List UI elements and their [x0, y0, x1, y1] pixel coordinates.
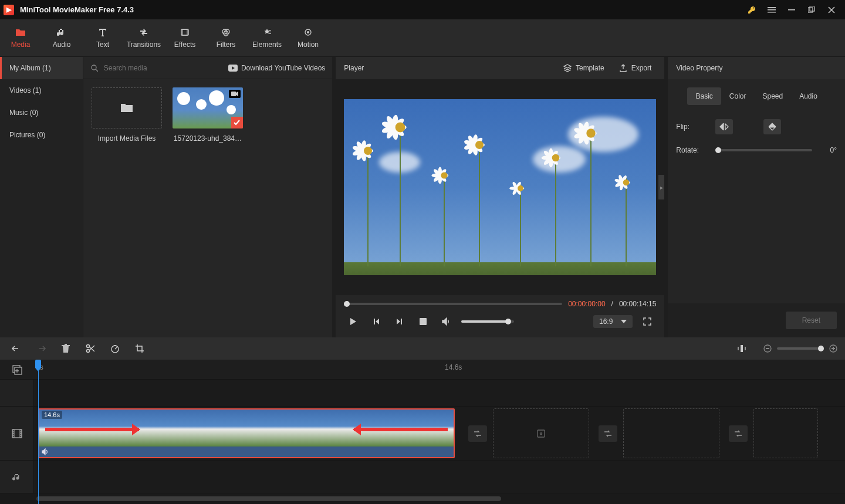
player-panel: Player Template Export: [336, 57, 664, 337]
rotate-slider[interactable]: [715, 149, 812, 151]
empty-clip-slot[interactable]: [493, 408, 589, 458]
search-input[interactable]: [103, 63, 224, 73]
timeline-text-track[interactable]: [0, 380, 845, 407]
seek-slider[interactable]: [344, 303, 562, 305]
youtube-icon: [228, 65, 238, 72]
svg-rect-4: [808, 8, 813, 12]
transition-slot[interactable]: [599, 425, 617, 442]
auto-fit-button[interactable]: [731, 339, 752, 358]
next-frame-button[interactable]: [391, 313, 408, 330]
property-tab-color[interactable]: Color: [721, 87, 755, 105]
time-duration: 00:00:14:15: [619, 300, 656, 308]
export-button[interactable]: Export: [614, 61, 657, 75]
add-track-icon[interactable]: [12, 364, 22, 375]
zoom-in-button[interactable]: [827, 339, 839, 358]
properties-tabs: Basic Color Speed Audio: [668, 79, 845, 113]
close-button[interactable]: [822, 0, 841, 19]
media-panel: My Album (1) Videos (1) Music (0) Pictur…: [0, 57, 332, 337]
ribbon-tab-media[interactable]: Media: [0, 19, 41, 56]
transition-slot[interactable]: [729, 425, 748, 442]
download-youtube-button[interactable]: Download YouTube Videos: [228, 64, 325, 72]
redo-button[interactable]: [31, 339, 52, 358]
template-button[interactable]: Template: [558, 61, 609, 75]
ribbon-tab-filters[interactable]: Filters: [205, 19, 246, 56]
rotate-label: Rotate:: [676, 146, 708, 154]
property-tab-basic[interactable]: Basic: [687, 87, 721, 105]
play-button[interactable]: [344, 313, 361, 330]
ribbon-tab-audio[interactable]: Audio: [41, 19, 82, 56]
property-tab-audio[interactable]: Audio: [791, 87, 826, 105]
layers-icon: [563, 63, 572, 73]
effects-icon: [180, 28, 190, 37]
media-clip-tile[interactable]: 15720123-uhd_384…: [173, 87, 243, 329]
film-icon: [12, 429, 22, 438]
media-nav-music[interactable]: Music (0): [0, 102, 83, 124]
activate-key-button[interactable]: [742, 0, 762, 19]
filters-icon: [221, 28, 231, 37]
chevron-down-icon: [621, 320, 627, 323]
ribbon-tab-label: Transitions: [127, 40, 161, 49]
maximize-button[interactable]: [802, 0, 822, 19]
clip-duration: 14.6s: [42, 411, 62, 419]
menu-button[interactable]: [762, 0, 782, 19]
prev-frame-button[interactable]: [367, 313, 385, 330]
timeline-toolbar: [0, 337, 845, 360]
zoom-out-button[interactable]: [762, 339, 773, 358]
volume-button[interactable]: [438, 313, 455, 330]
elements-icon: [262, 28, 272, 37]
panel-collapse-button[interactable]: ▸: [658, 175, 664, 199]
import-media-label: Import Media Files: [98, 134, 156, 143]
empty-clip-slot[interactable]: [753, 408, 818, 458]
reset-button[interactable]: Reset: [786, 312, 837, 329]
timeline-ruler[interactable]: 0s 14.6s: [0, 360, 845, 380]
media-nav-videos[interactable]: Videos (1): [0, 79, 83, 102]
timeline-video-track[interactable]: 14.6s: [0, 407, 845, 461]
speed-button[interactable]: [104, 339, 126, 358]
ribbon-tab-effects[interactable]: Effects: [164, 19, 205, 56]
svg-rect-12: [269, 32, 271, 32]
rotate-value: 0°: [819, 146, 837, 154]
ruler-mark-end: 14.6s: [445, 363, 462, 371]
ribbon-tab-text[interactable]: Text: [82, 19, 123, 56]
motion-icon: [303, 28, 313, 37]
svg-rect-1: [768, 9, 776, 11]
media-nav-pictures[interactable]: Pictures (0): [0, 124, 83, 146]
time-current: 00:00:00:00: [568, 300, 605, 308]
timeline-audio-track[interactable]: [0, 461, 845, 493]
music-icon: [12, 472, 22, 482]
playhead[interactable]: [38, 360, 39, 504]
property-tab-speed[interactable]: Speed: [754, 87, 791, 105]
speaker-icon: [42, 448, 49, 455]
aspect-ratio-select[interactable]: 16:9: [593, 315, 633, 328]
fullscreen-button[interactable]: [638, 313, 656, 330]
trim-arrow-left-icon: [45, 428, 139, 431]
delete-button[interactable]: [55, 339, 76, 358]
svg-rect-2: [768, 12, 776, 13]
flip-horizontal-button[interactable]: [715, 119, 733, 134]
ribbon: Media Audio Text Transitions Effects Fil…: [0, 19, 845, 57]
crop-button[interactable]: [129, 339, 150, 358]
preview-canvas[interactable]: [344, 99, 656, 275]
svg-rect-25: [766, 348, 769, 349]
timeline-scrollbar[interactable]: [0, 493, 845, 504]
transition-slot[interactable]: [468, 425, 487, 442]
empty-clip-slot[interactable]: [623, 408, 719, 458]
media-nav-my-album[interactable]: My Album (1): [0, 57, 83, 79]
import-media-tile[interactable]: Import Media Files: [92, 87, 162, 329]
ribbon-tab-motion[interactable]: Motion: [288, 19, 329, 56]
ribbon-tab-transitions[interactable]: Transitions: [123, 19, 164, 56]
ribbon-tab-elements[interactable]: Elements: [246, 19, 288, 56]
search-icon: [90, 64, 98, 72]
export-icon: [618, 63, 628, 73]
flip-vertical-button[interactable]: [763, 119, 781, 134]
clip-audio-strip: [39, 447, 454, 457]
svg-rect-5: [810, 6, 814, 11]
video-clip[interactable]: 14.6s: [38, 408, 455, 458]
volume-slider[interactable]: [461, 320, 514, 323]
minimize-button[interactable]: [782, 0, 802, 19]
zoom-slider[interactable]: [777, 347, 824, 350]
split-button[interactable]: [80, 339, 101, 358]
undo-button[interactable]: [6, 339, 27, 358]
svg-rect-19: [420, 318, 427, 325]
stop-button[interactable]: [414, 313, 432, 330]
